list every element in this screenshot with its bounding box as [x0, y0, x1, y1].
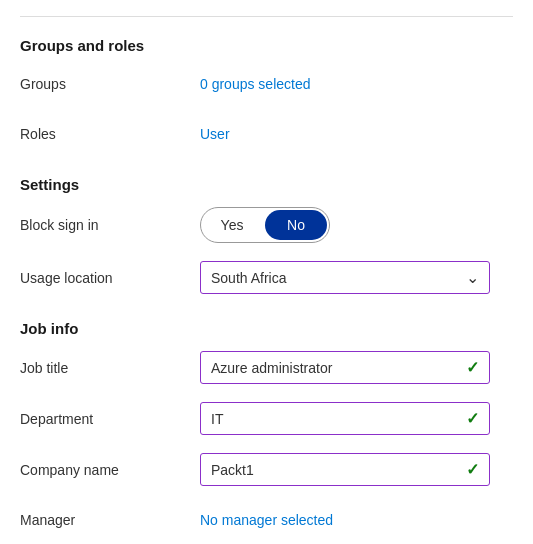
- company-name-check-icon: ✓: [466, 460, 479, 479]
- department-label: Department: [20, 411, 200, 427]
- roles-link[interactable]: User: [200, 126, 230, 142]
- company-name-input[interactable]: Packt1 ✓: [200, 453, 490, 486]
- department-check-icon: ✓: [466, 409, 479, 428]
- block-sign-in-label: Block sign in: [20, 217, 200, 233]
- usage-location-row: Usage location South Africa ⌄: [20, 261, 513, 294]
- job-title-value: Azure administrator: [211, 360, 332, 376]
- department-value: IT: [211, 411, 223, 427]
- manager-link[interactable]: No manager selected: [200, 512, 333, 528]
- usage-location-label: Usage location: [20, 270, 200, 286]
- department-input[interactable]: IT ✓: [200, 402, 490, 435]
- groups-roles-title: Groups and roles: [20, 29, 513, 54]
- toggle-switch[interactable]: Yes No: [200, 207, 330, 243]
- settings-section: Settings Block sign in Yes No Usage loca…: [20, 168, 513, 294]
- roles-field-row: Roles User: [20, 118, 513, 150]
- groups-link[interactable]: 0 groups selected: [200, 76, 311, 92]
- groups-value: 0 groups selected: [200, 76, 513, 92]
- job-info-title: Job info: [20, 312, 513, 337]
- job-title-input[interactable]: Azure administrator ✓: [200, 351, 490, 384]
- toggle-no-option[interactable]: No: [265, 210, 327, 240]
- top-divider: [20, 16, 513, 17]
- groups-field-row: Groups 0 groups selected: [20, 68, 513, 100]
- groups-label: Groups: [20, 76, 200, 92]
- usage-location-value: South Africa: [211, 270, 287, 286]
- roles-label: Roles: [20, 126, 200, 142]
- manager-value-container: No manager selected: [200, 512, 513, 528]
- usage-location-dropdown-container: South Africa ⌄: [200, 261, 513, 294]
- roles-value: User: [200, 126, 513, 142]
- company-name-value: Packt1: [211, 462, 254, 478]
- manager-label: Manager: [20, 512, 200, 528]
- block-sign-in-toggle-container: Yes No: [200, 207, 513, 243]
- manager-row: Manager No manager selected: [20, 504, 513, 536]
- block-sign-in-row: Block sign in Yes No: [20, 207, 513, 243]
- job-info-section: Job info Job title Azure administrator ✓…: [20, 312, 513, 536]
- job-title-label: Job title: [20, 360, 200, 376]
- company-name-label: Company name: [20, 462, 200, 478]
- job-title-field-container: Azure administrator ✓: [200, 351, 513, 384]
- settings-title: Settings: [20, 168, 513, 193]
- groups-roles-section: Groups and roles Groups 0 groups selecte…: [20, 29, 513, 150]
- job-title-row: Job title Azure administrator ✓: [20, 351, 513, 384]
- company-name-row: Company name Packt1 ✓: [20, 453, 513, 486]
- chevron-down-icon: ⌄: [466, 268, 479, 287]
- toggle-yes-option[interactable]: Yes: [201, 208, 263, 242]
- usage-location-dropdown[interactable]: South Africa ⌄: [200, 261, 490, 294]
- department-row: Department IT ✓: [20, 402, 513, 435]
- company-name-field-container: Packt1 ✓: [200, 453, 513, 486]
- department-field-container: IT ✓: [200, 402, 513, 435]
- job-title-check-icon: ✓: [466, 358, 479, 377]
